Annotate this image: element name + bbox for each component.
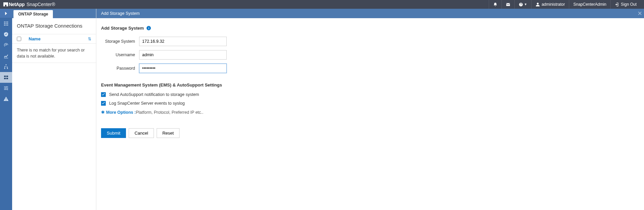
sort-icon[interactable]: ⇅: [88, 37, 91, 41]
info-icon[interactable]: i: [147, 26, 151, 30]
cancel-button[interactable]: Cancel: [129, 128, 154, 138]
check-icon: [102, 102, 105, 105]
netapp-logo-icon: [3, 2, 8, 6]
panel-title: ONTAP Storage Connections: [17, 23, 91, 29]
bell-icon: [493, 2, 497, 7]
main-header-title: Add Storage System: [101, 11, 140, 16]
role-label[interactable]: SnapCenterAdmin: [569, 0, 610, 9]
sliders-icon: [3, 85, 9, 91]
nav-storage[interactable]: [0, 72, 12, 83]
nav-hosts[interactable]: [0, 61, 12, 72]
password-input[interactable]: [139, 64, 227, 73]
panel-tab-row: ONTAP Storage: [12, 9, 96, 18]
check-icon: [102, 93, 105, 96]
storage-system-input[interactable]: [139, 37, 227, 46]
form-section-title: Add Storage System i: [101, 26, 639, 31]
chevron-right-icon: [4, 12, 8, 15]
nav-monitor[interactable]: [0, 40, 12, 50]
top-bar: NetApp SnapCenter® ▼ administrator SnapC…: [0, 0, 644, 9]
grid-icon: [3, 21, 9, 26]
storage-list-panel: ONTAP Storage ONTAP Storage Connections …: [12, 9, 96, 210]
gauge-icon: [3, 42, 9, 48]
nav-alerts[interactable]: [0, 94, 12, 104]
left-nav: [0, 9, 12, 210]
user-menu[interactable]: administrator: [531, 0, 569, 9]
autosupport-label: Send AutoSupport notification to storage…: [109, 92, 199, 97]
username-input[interactable]: [139, 50, 227, 60]
username-label: Username: [101, 53, 139, 57]
shield-icon: [3, 32, 9, 37]
main-panel: Add Storage System × Add Storage System …: [96, 9, 644, 210]
list-column-header: Name ⇅: [12, 34, 96, 44]
syslog-checkbox[interactable]: [101, 101, 106, 106]
syslog-label: Log SnapCenter Server events to syslog: [109, 101, 185, 106]
help-icon: [519, 2, 523, 7]
app-name: SnapCenter®: [27, 2, 55, 7]
tab-ontap-storage[interactable]: ONTAP Storage: [13, 10, 53, 18]
brand-name: NetApp: [9, 2, 25, 7]
nav-settings[interactable]: [0, 83, 12, 94]
nav-dashboard[interactable]: [0, 18, 12, 29]
close-button[interactable]: ×: [638, 10, 642, 17]
chart-icon: [3, 53, 9, 59]
more-options-link[interactable]: More Options :: [106, 110, 136, 115]
storage-system-label: Storage System: [101, 39, 139, 44]
password-label: Password: [101, 66, 139, 71]
chevron-down-icon: ▼: [524, 3, 527, 6]
nav-reports[interactable]: [0, 50, 12, 61]
reset-button[interactable]: Reset: [157, 128, 180, 138]
mail-icon: [506, 2, 510, 7]
gear-icon: ✱: [101, 110, 105, 115]
nav-resources[interactable]: [0, 29, 12, 40]
sign-out-icon: [615, 2, 619, 7]
main-header: Add Storage System ×: [96, 9, 644, 18]
ems-section-title: Event Management System (EMS) & AutoSupp…: [101, 82, 639, 88]
more-options-desc: Platform, Protocol, Preferred IP etc..: [136, 110, 203, 115]
column-name[interactable]: Name: [29, 36, 88, 41]
help-button[interactable]: ▼: [514, 0, 531, 9]
submit-button[interactable]: Submit: [101, 128, 126, 138]
nav-expand-button[interactable]: [0, 9, 12, 18]
select-all-checkbox[interactable]: [17, 37, 21, 41]
warning-icon: [3, 96, 9, 102]
sign-out-button[interactable]: Sign Out: [610, 0, 641, 9]
hierarchy-icon: [3, 64, 9, 69]
autosupport-checkbox[interactable]: [101, 92, 106, 97]
storage-icon: [3, 75, 9, 80]
messages-button[interactable]: [502, 0, 514, 9]
empty-list-message: There is no match for your search or dat…: [12, 44, 96, 63]
user-icon: [536, 2, 540, 7]
notifications-button[interactable]: [489, 0, 502, 9]
